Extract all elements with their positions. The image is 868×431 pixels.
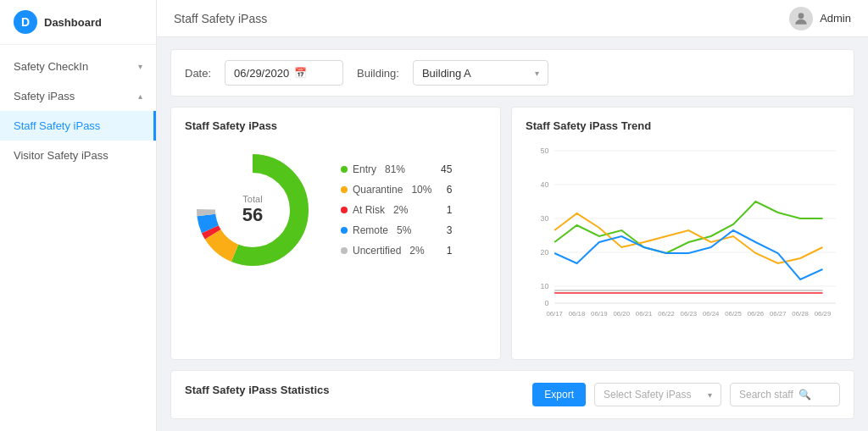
legend-item-uncertified: Uncertified 2% 1 bbox=[341, 245, 452, 257]
user-menu[interactable]: Admin bbox=[789, 7, 851, 30]
search-placeholder: Search staff bbox=[739, 389, 793, 401]
donut-chart: Total 56 bbox=[185, 142, 320, 278]
svg-text:06/27: 06/27 bbox=[770, 310, 787, 318]
charts-row: Staff Safety iPass bbox=[170, 107, 854, 360]
topbar: Staff Safety iPass Admin bbox=[157, 0, 868, 37]
svg-text:06/26: 06/26 bbox=[748, 310, 765, 318]
safety-ipass-select[interactable]: Select Safety iPass ▾ bbox=[594, 383, 721, 406]
donut-total-number: 56 bbox=[242, 204, 263, 226]
legend-label-atrisk: At Risk 2% bbox=[353, 204, 435, 216]
donut-total-label: Total bbox=[242, 194, 263, 204]
legend-count-entry: 45 bbox=[441, 163, 452, 175]
legend-dot-remote bbox=[341, 227, 348, 234]
building-label: Building: bbox=[357, 67, 399, 80]
building-select[interactable]: Building A ▾ bbox=[413, 60, 548, 86]
legend-dot-quarantine bbox=[341, 186, 348, 193]
date-value: 06/29/2020 bbox=[234, 67, 289, 80]
svg-text:06/23: 06/23 bbox=[681, 310, 698, 318]
chevron-up-icon: ▴ bbox=[138, 91, 142, 101]
donut-card-title: Staff Safety iPass bbox=[185, 119, 487, 132]
legend-label-entry: Entry 81% bbox=[353, 163, 429, 175]
sidebar-item-visitor-safety-ipass[interactable]: Visitor Safety iPass bbox=[0, 141, 156, 170]
legend-count-uncertified: 1 bbox=[447, 245, 453, 257]
legend-label-remote: Remote 5% bbox=[353, 224, 435, 236]
date-picker[interactable]: 06/29/2020 📅 bbox=[225, 60, 343, 86]
svg-text:06/25: 06/25 bbox=[725, 310, 742, 318]
sidebar-item-safety-checkin[interactable]: Safety CheckIn ▾ bbox=[0, 52, 156, 81]
trend-card: Staff Safety iPass Trend 50 40 30 20 bbox=[511, 107, 854, 360]
calendar-icon: 📅 bbox=[294, 67, 307, 79]
legend-label-uncertified: Uncertified 2% bbox=[353, 245, 435, 257]
svg-text:06/19: 06/19 bbox=[591, 310, 608, 318]
dashboard-link[interactable]: Dashboard bbox=[44, 16, 102, 29]
sidebar-item-staff-safety-ipass[interactable]: Staff Safety iPass bbox=[0, 111, 156, 141]
stats-title: Staff Safety iPass Statistics bbox=[185, 384, 330, 396]
legend-dot-entry bbox=[341, 166, 348, 173]
svg-text:06/22: 06/22 bbox=[658, 310, 675, 318]
legend-item-remote: Remote 5% 3 bbox=[341, 224, 452, 236]
username: Admin bbox=[820, 12, 851, 25]
legend-label-quarantine: Quarantine 10% bbox=[353, 184, 435, 196]
legend-dot-atrisk bbox=[341, 207, 348, 213]
donut-card: Staff Safety iPass bbox=[170, 107, 501, 360]
legend-count-remote: 3 bbox=[447, 224, 453, 236]
chevron-down-icon: ▾ bbox=[138, 62, 142, 71]
trend-chart-svg: 50 40 30 20 10 0 bbox=[526, 142, 840, 329]
main-content: Staff Safety iPass Admin Date: 06/29/202… bbox=[157, 0, 868, 431]
donut-legend: Entry 81% 45 Quarantine 10% 6 At Risk bbox=[341, 163, 452, 257]
search-icon: 🔍 bbox=[798, 389, 811, 401]
content-area: Date: 06/29/2020 📅 Building: Building A … bbox=[157, 37, 868, 431]
sidebar-header: D Dashboard bbox=[0, 0, 156, 45]
legend-item-atrisk: At Risk 2% 1 bbox=[341, 204, 452, 216]
stats-header: Staff Safety iPass Statistics Export Sel… bbox=[185, 383, 840, 406]
svg-text:40: 40 bbox=[541, 180, 549, 189]
svg-text:30: 30 bbox=[541, 214, 549, 223]
svg-text:20: 20 bbox=[541, 248, 549, 257]
sidebar: D Dashboard Safety CheckIn ▾ Safety iPas… bbox=[0, 0, 157, 431]
legend-item-quarantine: Quarantine 10% 6 bbox=[341, 184, 452, 196]
stats-controls: Export Select Safety iPass ▾ Search staf… bbox=[532, 383, 840, 406]
sidebar-nav: Safety CheckIn ▾ Safety iPass ▴ Staff Sa… bbox=[0, 45, 156, 431]
avatar bbox=[789, 7, 813, 30]
legend-count-quarantine: 6 bbox=[447, 184, 453, 196]
svg-text:06/20: 06/20 bbox=[613, 310, 630, 318]
legend-count-atrisk: 1 bbox=[447, 204, 453, 216]
filter-bar: Date: 06/29/2020 📅 Building: Building A … bbox=[170, 49, 854, 97]
svg-text:0: 0 bbox=[544, 299, 548, 307]
donut-center: Total 56 bbox=[242, 194, 263, 226]
date-label: Date: bbox=[185, 67, 211, 80]
svg-text:06/24: 06/24 bbox=[703, 310, 720, 318]
building-value: Building A bbox=[422, 67, 471, 80]
safety-ipass-placeholder: Select Safety iPass bbox=[604, 389, 691, 401]
svg-text:06/29: 06/29 bbox=[815, 310, 832, 318]
legend-dot-uncertified bbox=[341, 247, 348, 254]
sidebar-item-safety-ipass[interactable]: Safety iPass ▴ bbox=[0, 81, 156, 111]
export-button[interactable]: Export bbox=[532, 383, 586, 406]
svg-text:06/17: 06/17 bbox=[546, 310, 563, 318]
chevron-down-icon: ▾ bbox=[708, 390, 712, 400]
svg-text:10: 10 bbox=[541, 282, 549, 290]
svg-point-0 bbox=[798, 13, 804, 19]
svg-text:06/21: 06/21 bbox=[636, 310, 653, 318]
page-title: Staff Safety iPass bbox=[174, 12, 267, 25]
donut-content: Total 56 Entry 81% 45 bbox=[185, 142, 487, 278]
svg-text:50: 50 bbox=[541, 146, 549, 155]
svg-text:06/18: 06/18 bbox=[569, 310, 586, 318]
svg-text:06/28: 06/28 bbox=[792, 310, 809, 318]
search-staff-input[interactable]: Search staff 🔍 bbox=[730, 383, 840, 406]
stats-card: Staff Safety iPass Statistics Export Sel… bbox=[170, 370, 854, 419]
legend-item-entry: Entry 81% 45 bbox=[341, 163, 452, 175]
chevron-down-icon: ▾ bbox=[535, 69, 539, 78]
trend-card-title: Staff Safety iPass Trend bbox=[526, 119, 840, 132]
app-logo: D bbox=[14, 10, 37, 34]
